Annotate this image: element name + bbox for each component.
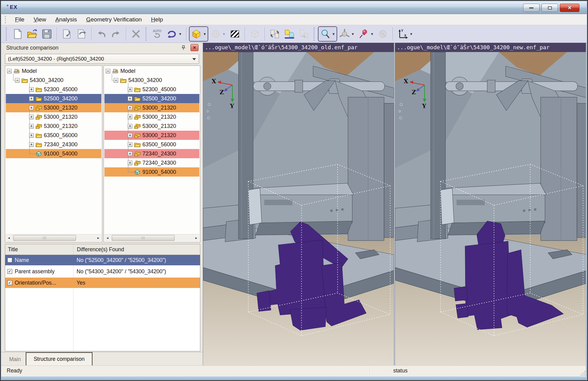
close-button[interactable]: ✕ [560, 4, 579, 12]
collapse-icon[interactable]: − [15, 78, 20, 83]
maximize-button[interactable] [541, 4, 558, 12]
import-model-button[interactable] [59, 26, 74, 42]
tree-row-53000_21320[interactable]: +53000_21320 [104, 112, 199, 121]
tree-row-52300_45000[interactable]: +52300_45000 [6, 85, 101, 94]
chevron-down-icon[interactable]: ▼ [332, 32, 335, 36]
collapse-icon[interactable]: − [114, 78, 118, 83]
tree-row-52500_34200[interactable]: +52500_34200 [104, 94, 199, 103]
collapse-icon[interactable]: − [106, 69, 110, 73]
shaded-view-button[interactable]: ▼ [189, 26, 208, 42]
viewport-left-scene[interactable]: XZY [203, 52, 394, 365]
menu-drag-handle[interactable] [5, 16, 7, 23]
scroll-right-icon[interactable]: ► [95, 236, 101, 240]
new-document-button[interactable] [10, 26, 25, 42]
row-checkbox[interactable]: ✓ [7, 269, 12, 274]
auto-hide-pin-button[interactable] [180, 44, 187, 51]
tree-left-hscrollbar[interactable]: ◄ ► [6, 234, 101, 241]
tree-row-52300_45000[interactable]: +52300_45000 [104, 85, 199, 94]
undo-button[interactable] [94, 26, 109, 42]
compare-views-button[interactable] [282, 26, 297, 42]
tree-row-54300_34200[interactable]: −54300_34200 [6, 76, 101, 85]
table-row-orientation-pos-[interactable]: ✓Orientation/Pos...Yes [5, 278, 200, 288]
scroll-right-icon[interactable]: ► [193, 236, 199, 240]
expand-icon[interactable]: + [29, 124, 34, 129]
expand-icon[interactable]: + [128, 96, 132, 101]
title-bar[interactable]: ✦EX ✕ [1, 1, 587, 14]
tree-row-63500_56000[interactable]: +63500_56000 [104, 140, 199, 149]
expand-icon[interactable]: + [128, 115, 132, 119]
chevron-down-icon[interactable]: ▼ [370, 32, 374, 36]
menu-item-geometry-verification[interactable]: Geometry Verification [81, 15, 146, 24]
tree-row-63500_56000[interactable]: +63500_56000 [6, 131, 101, 140]
toolbar-drag-handle[interactable] [145, 27, 148, 41]
expand-icon[interactable]: + [29, 106, 34, 110]
table-row-parent-assembly[interactable]: ✓Parent assemblyNo ("54300_34200" / "543… [5, 266, 200, 277]
rotate-view-button[interactable]: ▼ [164, 26, 184, 42]
tree-row-53000_21320[interactable]: +53000_21320 [104, 103, 199, 112]
expand-icon[interactable]: + [128, 161, 132, 165]
menu-item-view[interactable]: View [29, 15, 51, 24]
expand-icon[interactable]: + [29, 96, 34, 101]
export-model-button[interactable] [74, 26, 89, 42]
expand-icon[interactable]: + [128, 151, 132, 156]
expand-icon[interactable]: + [128, 133, 132, 138]
open-file-button[interactable] [25, 26, 40, 42]
chevron-down-icon[interactable]: ▼ [179, 32, 182, 36]
tree-row-53000_21320[interactable]: +53000_21320 [6, 121, 101, 131]
comparison-pair-combobox[interactable]: (Left)52500_34200 - (Right)52500_34200 [5, 54, 199, 64]
auto-fit-button[interactable]: AUTO [150, 26, 164, 42]
expand-icon[interactable]: + [128, 124, 132, 129]
scrollbar-thumb[interactable] [112, 235, 175, 241]
collapse-icon[interactable]: − [7, 69, 12, 73]
scroll-left-icon[interactable]: ◄ [104, 236, 111, 240]
table-row-name[interactable]: NameNo ("52500_34200" / "52500_34200") [5, 255, 200, 265]
tree-row-53000_21320[interactable]: +53000_21320 [6, 112, 101, 121]
chevron-down-icon[interactable]: ▼ [203, 32, 206, 36]
save-button[interactable] [40, 26, 54, 42]
scrollbar-thumb[interactable] [13, 235, 76, 241]
delete-button[interactable] [129, 26, 143, 42]
expand-icon[interactable]: + [29, 115, 34, 119]
column-header-differences[interactable]: Difference(s) Found [73, 244, 200, 255]
expand-icon[interactable]: + [29, 87, 34, 92]
tree-row-54300_34200[interactable]: −54300_34200 [104, 76, 199, 85]
menu-item-help[interactable]: Help [146, 15, 168, 24]
viewport-right-scene[interactable]: XZY [395, 52, 587, 365]
tree-row-52500_34200[interactable]: +52500_34200 [6, 94, 101, 103]
sync-views-button[interactable] [267, 26, 282, 42]
chevron-down-icon[interactable]: ▼ [351, 32, 355, 36]
chevron-down-icon[interactable]: ▼ [222, 32, 226, 36]
tree-row-72340_24300[interactable]: +72340_24300 [104, 158, 199, 167]
expand-icon[interactable]: + [128, 87, 132, 92]
expand-icon[interactable]: + [29, 133, 34, 138]
tree-row-53000_21320[interactable]: +53000_21320 [6, 103, 101, 112]
toolbar-drag-handle[interactable] [6, 27, 8, 41]
scroll-left-icon[interactable]: ◄ [6, 236, 12, 240]
tree-row-model[interactable]: −Model [6, 66, 101, 76]
menu-item-file[interactable]: File [10, 15, 29, 24]
pin-view-button[interactable]: ▼ [356, 26, 375, 42]
menu-item-analysis[interactable]: Analysis [51, 15, 81, 24]
zebra-stripes-button[interactable] [228, 26, 242, 42]
chevron-down-icon[interactable]: ▼ [409, 32, 413, 36]
tree-row-72340_24300[interactable]: +72340_24300 [6, 140, 101, 149]
tree-row-53000_21320[interactable]: +53000_21320 [104, 121, 199, 131]
resize-grip[interactable] [580, 371, 585, 375]
column-header-title[interactable]: Title [5, 246, 73, 253]
expand-icon[interactable]: + [128, 142, 132, 147]
tree-right-hscrollbar[interactable]: ◄ ► [104, 234, 199, 241]
tab-structure-comparison[interactable]: Structure comparison [26, 352, 92, 365]
zoom-button[interactable]: ▼ [318, 26, 337, 42]
redo-button[interactable] [109, 26, 123, 42]
expand-icon[interactable]: + [29, 142, 34, 147]
view-orientation-button[interactable]: ▼ [337, 26, 356, 42]
expand-icon[interactable]: + [128, 106, 132, 110]
tree-row-91000_54000[interactable]: 91000_54000 [6, 149, 101, 158]
axes-orientation-button[interactable]: YX▼ [395, 26, 415, 42]
tree-row-91000_54000[interactable]: 91000_54000 [104, 167, 199, 177]
tree-row-72340_24300[interactable]: +72340_24300 [104, 149, 199, 158]
row-checkbox[interactable] [7, 258, 12, 263]
tree-row-model[interactable]: −Model [104, 66, 199, 76]
toolbar-drag-handle[interactable] [314, 27, 316, 41]
panel-close-button[interactable]: ✕ [190, 44, 198, 51]
